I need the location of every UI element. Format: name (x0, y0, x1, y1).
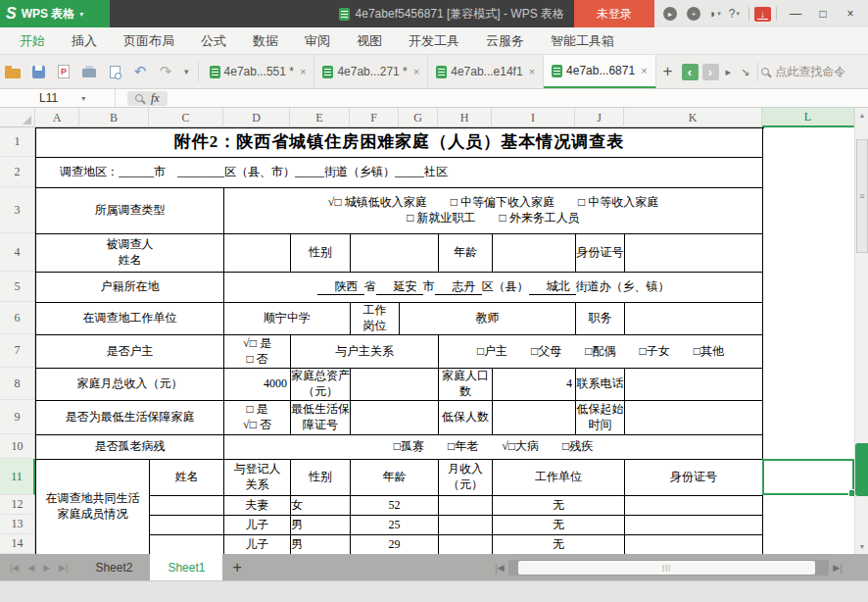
members-header-unit[interactable]: 工作单位 (493, 460, 625, 496)
member-1-unit-cell[interactable]: 无 (493, 496, 625, 516)
horizontal-scrollbar-thumb[interactable]: ||| (518, 561, 815, 575)
survey-type-options-cell[interactable]: √□ 城镇低收入家庭 □ 中等偏下收入家庭 □ 中等收入家庭 □ 新就业职工 □… (224, 188, 763, 234)
selected-cell-L11[interactable] (762, 459, 854, 495)
lonely-options-cell[interactable]: □孤寡 □年老 √□大病 □残疾 (224, 435, 763, 460)
close-tab-icon[interactable]: × (529, 66, 535, 77)
members-header-gender[interactable]: 性别 (291, 460, 351, 496)
assets-label-cell[interactable]: 家庭总资产（元） (291, 369, 351, 401)
tab-data[interactable]: 数据 (253, 32, 278, 50)
dibao-count-value-cell[interactable] (493, 401, 576, 435)
col-header-L-selected[interactable]: L (762, 108, 854, 127)
prev-tab-button[interactable]: ‹ (682, 64, 699, 80)
skin-icon[interactable]: ◗▾ (709, 7, 721, 21)
dibao-label-cell[interactable]: 是否为最低生活保障家庭 (36, 401, 224, 435)
find-command-input[interactable]: 点此查找命令 (775, 64, 845, 80)
play-window-icon[interactable]: ▸ (726, 66, 732, 78)
insert-function-icon[interactable]: fx (151, 91, 160, 106)
doc-tab-2[interactable]: 4e7ab...271 * × (314, 55, 428, 88)
print-preview-icon[interactable] (106, 62, 123, 81)
hukou-label-cell[interactable]: 户籍所在地 (36, 273, 224, 303)
col-header-G[interactable]: G (399, 108, 438, 127)
col-header-D[interactable]: D (223, 108, 290, 127)
tab-cloud[interactable]: 云服务 (486, 32, 524, 50)
row-header-1[interactable]: 1 (0, 127, 34, 157)
members-header-relation[interactable]: 与登记人 关系 (224, 460, 291, 496)
member-1-relation-cell[interactable]: 夫妻 (224, 496, 291, 516)
export-pdf-icon[interactable]: P (55, 62, 72, 81)
next-tab-button[interactable]: › (702, 64, 719, 80)
col-header-E[interactable]: E (290, 108, 350, 127)
close-tab-icon[interactable]: × (641, 65, 647, 76)
tab-home[interactable]: 开始 (20, 32, 45, 50)
magnifier-icon[interactable] (135, 94, 143, 102)
save-icon[interactable] (29, 62, 47, 81)
row-header-5[interactable]: 5 (0, 272, 34, 302)
first-sheet-icon[interactable]: |◀ (10, 563, 19, 573)
assets-value-cell[interactable] (351, 369, 439, 401)
duty-value-cell[interactable] (625, 303, 763, 335)
dibao-cert-value-cell[interactable] (351, 401, 439, 435)
col-header-J[interactable]: J (575, 108, 624, 127)
member-3-income-cell[interactable] (439, 535, 493, 555)
login-button[interactable]: 未登录 (574, 0, 654, 27)
col-header-B[interactable]: B (79, 108, 149, 127)
download-icon[interactable]: ↓ (754, 7, 771, 22)
toolbar-customize-caret-icon[interactable]: ▾ (184, 67, 189, 76)
vertical-scrollbar-thumb[interactable]: ≡ (856, 139, 868, 253)
id-value-cell[interactable] (625, 234, 763, 273)
close-tab-icon[interactable]: × (413, 66, 419, 77)
relation-options-cell[interactable]: □户主 □父母 □配偶 □子女 □其他 (439, 335, 763, 369)
member-1-gender-cell[interactable]: 女 (291, 496, 351, 516)
row-header-2[interactable]: 2 (0, 157, 34, 187)
minimize-button[interactable]: — (782, 0, 809, 27)
add-sheet-button[interactable]: + (222, 554, 251, 580)
gender-label-cell[interactable]: 性别 (291, 234, 351, 273)
dibao-check-cell[interactable]: □ 是 √□ 否 (224, 401, 291, 435)
member-1-income-cell[interactable] (439, 496, 493, 516)
redo-icon[interactable]: ↷ (157, 62, 174, 81)
task-pane-toggle-tab[interactable] (855, 443, 868, 496)
age-value-cell[interactable] (493, 234, 576, 273)
prev-sheet-icon[interactable]: ◀ (27, 563, 34, 573)
survey-type-label-cell[interactable]: 所属调查类型 (36, 188, 224, 234)
dibao-start-label-cell[interactable]: 低保起始时间 (576, 401, 625, 435)
relation-label-cell[interactable]: 与户主关系 (291, 335, 439, 369)
family-count-label-cell[interactable]: 家庭人口数 (439, 369, 493, 401)
row-header-8[interactable]: 8 (0, 368, 34, 400)
respondent-label-cell[interactable]: 被调查人 姓名 (36, 234, 224, 273)
row-header-6[interactable]: 6 (0, 302, 34, 334)
print-icon[interactable] (80, 62, 98, 81)
last-sheet-icon[interactable]: ▶| (59, 563, 68, 573)
doc-tab-1[interactable]: 4e7ab...551 * × (202, 55, 315, 88)
doc-tab-3[interactable]: 4e7ab...e14f1 × (428, 55, 544, 88)
col-header-H[interactable]: H (438, 108, 492, 127)
members-header-name[interactable]: 姓名 (150, 460, 224, 496)
tab-developer[interactable]: 开发工具 (409, 32, 459, 50)
members-header-id[interactable]: 身份证号 (625, 460, 763, 496)
open-icon[interactable] (4, 62, 22, 81)
job-title-label-cell[interactable]: 工作 岗位 (351, 303, 400, 335)
lonely-label-cell[interactable]: 是否孤老病残 (36, 435, 224, 460)
member-3-gender-cell[interactable]: 男 (291, 535, 351, 555)
member-2-relation-cell[interactable]: 儿子 (224, 516, 291, 535)
scroll-right-icon[interactable]: ▶ (833, 563, 840, 573)
member-2-gender-cell[interactable]: 男 (291, 516, 351, 535)
member-1-id-cell[interactable] (625, 496, 763, 516)
close-button[interactable]: × (837, 0, 864, 27)
phone-label-cell[interactable]: 联系电话 (576, 369, 625, 401)
maximize-button[interactable]: □ (809, 0, 837, 27)
doc-tab-4-active[interactable]: 4e7ab...6871 × (544, 55, 656, 88)
is-head-label-cell[interactable]: 是否户主 (36, 335, 224, 369)
docer-circle-icon[interactable]: + (687, 7, 700, 21)
form-title-cell[interactable]: 附件2：陕西省城镇住房困难家庭（人员）基本情况调查表 (36, 128, 763, 158)
tab-view[interactable]: 视图 (357, 32, 382, 50)
feedback-circle-icon[interactable]: ▸ (663, 7, 677, 21)
gender-value-cell[interactable] (351, 234, 439, 273)
family-count-value-cell[interactable]: 4 (493, 369, 576, 401)
tab-review[interactable]: 审阅 (305, 32, 330, 50)
row-header-9[interactable]: 9 (0, 400, 34, 434)
member-1-age-cell[interactable]: 52 (351, 496, 439, 516)
row-header-12[interactable]: 12 (0, 495, 34, 515)
sheet-tab-sheet2[interactable]: Sheet2 (77, 554, 150, 580)
row-header-14[interactable]: 14 (0, 534, 34, 554)
